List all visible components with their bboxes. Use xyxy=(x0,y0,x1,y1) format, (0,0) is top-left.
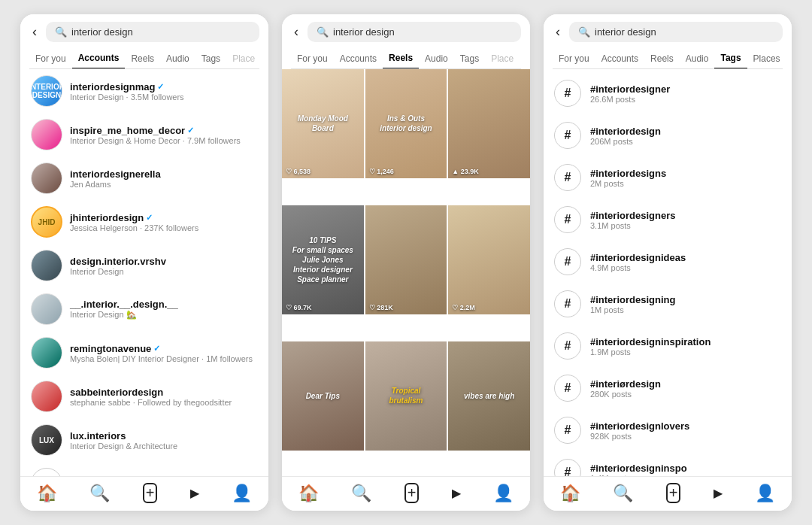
search-bar-3[interactable]: 🔍 interior design xyxy=(569,22,783,42)
nav-profile-3[interactable]: 👤 xyxy=(755,484,775,503)
tag-posts: 2M posts xyxy=(590,179,781,188)
reel-title: Dear Tips xyxy=(306,391,340,401)
nav-plus-1[interactable]: + xyxy=(143,483,158,503)
reel-overlay: Tropicalbrutalism xyxy=(365,341,447,451)
account-item[interactable]: inspire_me_home_decor ✓ Interior Design … xyxy=(20,113,268,156)
reel-cell[interactable]: ♡ 2.2M xyxy=(448,205,530,314)
hash-icon: # xyxy=(554,417,581,444)
reel-cell[interactable]: Monday Mood Board ♡ 6,538 xyxy=(282,69,364,178)
tabs-row-1: For you Accounts Reels Audio Tags Place xyxy=(29,48,259,69)
tab-tags-3[interactable]: Tags xyxy=(714,48,747,69)
tab-accounts-3[interactable]: Accounts xyxy=(595,49,644,68)
tab-reels-2[interactable]: Reels xyxy=(383,48,419,69)
account-item[interactable]: remingtonavenue ✓ Mysha Bolen| DIY Inter… xyxy=(20,331,268,375)
account-info: remingtonavenue ✓ Mysha Bolen| DIY Inter… xyxy=(70,343,258,363)
nav-search-3[interactable]: 🔍 xyxy=(613,484,633,503)
tab-audio-1[interactable]: Audio xyxy=(160,49,195,68)
tab-reels-3[interactable]: Reels xyxy=(644,49,680,68)
nav-plus-3[interactable]: + xyxy=(666,483,681,503)
search-bar-1[interactable]: 🔍 interior design xyxy=(46,22,259,42)
nav-search-2[interactable]: 🔍 xyxy=(351,484,371,503)
nav-reels-3[interactable]: ▶ xyxy=(714,486,723,500)
tag-posts: 206M posts xyxy=(590,137,781,146)
reel-cell[interactable]: Dear Tips xyxy=(282,341,364,451)
tab-tags-2[interactable]: Tags xyxy=(454,49,485,68)
account-info: design.interior.vrshv Interior Design xyxy=(70,256,258,276)
tab-foryou-1[interactable]: For you xyxy=(29,49,72,68)
tag-item[interactable]: # #interiordesigninspiration 1.9M posts xyxy=(544,325,792,367)
tab-foryou-2[interactable]: For you xyxy=(291,49,334,68)
account-item[interactable]: DS d.signers ✓ Interior Design & Archite… xyxy=(20,462,268,476)
back-button-2[interactable]: ‹ xyxy=(291,23,301,41)
nav-plus-2[interactable]: + xyxy=(404,483,420,503)
hash-icon: # xyxy=(554,248,581,275)
tag-item[interactable]: # #interiordesigns 2M posts xyxy=(544,156,792,199)
hash-icon: # xyxy=(554,80,581,107)
nav-home-2[interactable]: 🏠 xyxy=(298,484,319,503)
nav-search-1[interactable]: 🔍 xyxy=(89,484,110,503)
hash-icon: # xyxy=(554,164,581,191)
reel-label: ♡ 6,538 xyxy=(286,168,311,175)
tag-item[interactable]: # #interiordesigners 3.1M posts xyxy=(544,199,792,241)
account-name: remingtonavenue ✓ xyxy=(70,343,258,354)
account-info: interiordesignerella Jen Adams xyxy=(70,168,258,189)
reel-cell[interactable]: ▲ 23.9K xyxy=(448,69,530,178)
reel-label: ♡ 2.2M xyxy=(452,304,475,311)
hash-icon: # xyxy=(554,206,581,233)
account-name: inspire_me_home_decor ✓ xyxy=(70,125,258,136)
nav-profile-1[interactable]: 👤 xyxy=(232,484,252,503)
account-info: __.interior.__.design.__ Interior Design… xyxy=(70,299,258,320)
bottom-nav-3: 🏠 🔍 + ▶ 👤 xyxy=(544,476,792,511)
tags-list: # #interiordesigner 26.6M posts # #inter… xyxy=(544,69,792,476)
search-bar-2[interactable]: 🔍 interior design xyxy=(308,22,521,42)
phone-tags: ‹ 🔍 interior design For you Accounts Ree… xyxy=(544,14,792,511)
account-name: lux.interiors xyxy=(70,430,258,442)
tag-name: #interiordesigning xyxy=(590,294,781,305)
account-item[interactable]: design.interior.vrshv Interior Design xyxy=(20,244,268,287)
tab-accounts-2[interactable]: Accounts xyxy=(334,49,383,68)
reel-cell[interactable]: 10 TIPSFor small spacesJulie JonesInteri… xyxy=(282,205,364,314)
tag-item[interactable]: # #interiørdesign 280K posts xyxy=(544,367,792,409)
tag-posts: 26.6M posts xyxy=(590,95,781,104)
account-item[interactable]: __.interior.__.design.__ Interior Design… xyxy=(20,287,268,331)
tag-item[interactable]: # #interiordesignideas 4.9M posts xyxy=(544,241,792,283)
tab-places-3[interactable]: Places xyxy=(747,49,783,68)
nav-home-3[interactable]: 🏠 xyxy=(560,484,580,503)
search-bar-row-2: ‹ 🔍 interior design xyxy=(291,22,521,42)
search-icon-2: 🔍 xyxy=(317,26,329,38)
nav-profile-2[interactable]: 👤 xyxy=(493,484,514,503)
account-name: interiordesignerella xyxy=(70,168,258,180)
avatar xyxy=(31,337,62,369)
tag-item[interactable]: # #interiordesign 206M posts xyxy=(544,114,792,156)
reel-cell[interactable]: Ins & Outsinterior design ♡ 1,246 xyxy=(365,69,447,178)
avatar: DS xyxy=(31,468,62,476)
tab-foryou-3[interactable]: For you xyxy=(553,49,595,68)
account-item[interactable]: LUX lux.interiors Interior Design & Arch… xyxy=(20,418,268,462)
tab-reels-1[interactable]: Reels xyxy=(125,49,160,68)
reel-cell[interactable]: ♡ 281K xyxy=(365,205,447,314)
tag-item[interactable]: # #interiordesigninspo 1.4M posts xyxy=(544,451,792,476)
nav-home-1[interactable]: 🏠 xyxy=(37,484,57,503)
nav-reels-2[interactable]: ▶ xyxy=(452,486,461,500)
reel-cell[interactable]: Tropicalbrutalism xyxy=(365,341,447,451)
back-button-1[interactable]: ‹ xyxy=(29,23,40,41)
nav-reels-1[interactable]: ▶ xyxy=(190,486,199,500)
tag-posts: 4.9M posts xyxy=(590,263,781,272)
tag-item[interactable]: # #interiordesigning 1M posts xyxy=(544,283,792,325)
account-item[interactable]: sabbeinteriordesign stephanie sabbe · Fo… xyxy=(20,375,268,418)
tab-audio-3[interactable]: Audio xyxy=(680,49,715,68)
account-item[interactable]: INTERIOR DESIGN interiordesignmag ✓ Inte… xyxy=(20,69,268,113)
tab-audio-2[interactable]: Audio xyxy=(419,49,454,68)
account-item[interactable]: interiordesignerella Jen Adams xyxy=(20,156,268,200)
tab-places-1[interactable]: Place xyxy=(226,49,259,68)
tab-accounts-1[interactable]: Accounts xyxy=(72,48,126,69)
tab-places-2[interactable]: Place xyxy=(485,49,520,68)
account-item[interactable]: JHID jhinteriordesign ✓ Jessica Helgerso… xyxy=(20,200,268,244)
back-button-3[interactable]: ‹ xyxy=(553,23,563,41)
reel-cell[interactable]: vibes are high xyxy=(448,341,530,451)
hash-icon: # xyxy=(554,122,581,149)
tag-item[interactable]: # #interiordesigner 26.6M posts xyxy=(544,72,792,114)
header-tags: ‹ 🔍 interior design For you Accounts Ree… xyxy=(544,14,792,69)
tag-item[interactable]: # #interiordesignlovers 928K posts xyxy=(544,409,792,451)
tab-tags-1[interactable]: Tags xyxy=(195,49,226,68)
